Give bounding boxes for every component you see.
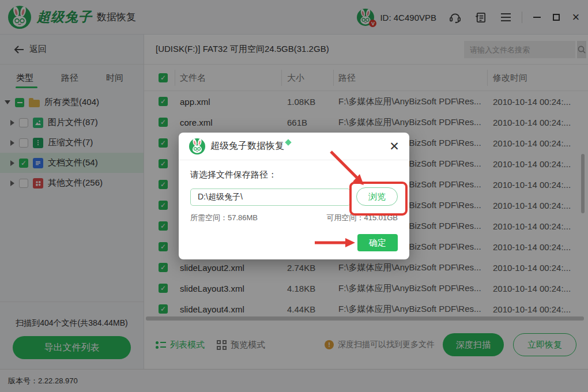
diamond-icon bbox=[285, 139, 291, 145]
available-space: 可用空间：415.01GB bbox=[326, 213, 398, 223]
save-path-dialog: 超级兔子数据恢复 ✕ 请选择文件保存路径： 浏览 所需空间：57.86MB 可用… bbox=[179, 133, 409, 259]
app-window: 超级兔子 数据恢复 V ID: 4C490VPB bbox=[0, 0, 588, 392]
dialog-close-icon[interactable]: ✕ bbox=[387, 140, 401, 153]
confirm-button[interactable]: 确定 bbox=[357, 234, 398, 251]
save-path-input[interactable] bbox=[190, 189, 350, 206]
dialog-title: 超级兔子数据恢复 bbox=[210, 140, 284, 152]
required-space: 所需空间：57.86MB bbox=[190, 213, 258, 223]
browse-button[interactable]: 浏览 bbox=[356, 187, 398, 206]
dialog-header: 超级兔子数据恢复 ✕ bbox=[179, 133, 409, 160]
save-path-prompt: 请选择文件保存路径： bbox=[190, 169, 277, 180]
dialog-logo-icon bbox=[189, 138, 205, 154]
